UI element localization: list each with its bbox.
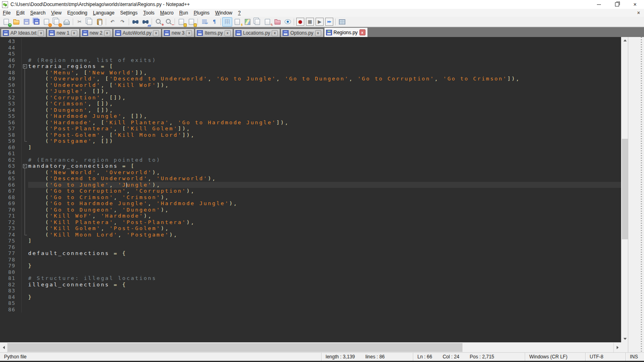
vertical-scrollbar[interactable]	[621, 37, 628, 342]
tab-new-1[interactable]: new 1x	[47, 29, 79, 37]
tab-close-icon[interactable]: x	[272, 30, 278, 36]
tab-close-icon[interactable]: x	[104, 30, 110, 36]
menu-tools[interactable]: Tools	[140, 9, 157, 16]
code-line[interactable]: 83	[0, 288, 621, 294]
code-line[interactable]: 72 ('Kill Plantera', 'Post-Plantera'),	[0, 219, 621, 226]
status-eol-format[interactable]: Windows (CR LF)	[525, 353, 585, 361]
code-line[interactable]: 43	[0, 38, 621, 45]
menu-encoding[interactable]: Encoding	[64, 9, 90, 16]
scroll-down-arrow[interactable]	[621, 335, 628, 342]
macro-stop-button[interactable]: ■	[306, 18, 314, 26]
tab-close-icon[interactable]: x	[186, 30, 192, 36]
document-close-x-button[interactable]: ×	[637, 10, 640, 16]
horizontal-scrollbar[interactable]	[0, 342, 621, 352]
menu-macro[interactable]: Macro	[157, 9, 176, 16]
undo-button[interactable]: ↶	[107, 17, 118, 27]
paste-button[interactable]	[95, 17, 105, 27]
scroll-up-arrow[interactable]	[621, 37, 628, 44]
panel-splitter[interactable]	[628, 37, 644, 352]
save-button[interactable]	[21, 17, 31, 27]
minimize-button[interactable]	[590, 0, 608, 9]
code-line[interactable]: 56 ('Hardmode', ['Kill Plantera', 'Go to…	[0, 119, 621, 126]
copy-button[interactable]	[85, 17, 95, 27]
code-line[interactable]: 79}	[0, 263, 621, 269]
menu-edit[interactable]: Edit	[13, 9, 27, 16]
macro-save-button[interactable]	[337, 17, 347, 27]
code-line[interactable]: 57 ('Post-Plantera', ['Kill Golem']),	[0, 125, 621, 132]
status-encoding[interactable]: UTF-8	[585, 353, 625, 361]
file-monitoring-button[interactable]	[283, 17, 293, 27]
sync-horizontal-scrolling-button[interactable]	[186, 17, 196, 27]
code-line[interactable]: 85	[0, 300, 621, 306]
menu-run[interactable]: Run	[176, 9, 191, 16]
code-line[interactable]: 80	[0, 269, 621, 276]
code-line[interactable]: 67 ('Go to Corruption', 'Corruption'),	[0, 188, 621, 194]
word-wrap-button[interactable]	[199, 17, 209, 27]
zoom-out-button[interactable]: −	[163, 17, 173, 27]
code-line[interactable]: 86	[0, 306, 621, 313]
fold-collapse-button[interactable]	[22, 63, 28, 70]
code-line[interactable]: 84}	[0, 294, 621, 300]
code-line[interactable]: 78	[0, 257, 621, 263]
code-line[interactable]: 66 ('Go to Jungle', 'Jungle'),	[0, 182, 621, 188]
open-file-button[interactable]	[11, 17, 21, 27]
document-map-button[interactable]	[242, 17, 252, 27]
tab-close-icon[interactable]: x	[153, 30, 159, 36]
code-line[interactable]: 73 ('Kill Golem', 'Post-Golem'),	[0, 225, 621, 232]
new-file-button[interactable]: +	[1, 17, 11, 27]
code-line[interactable]: 74 ('Kill Moon Lord', 'Postgame'),	[0, 232, 621, 238]
folder-as-workspace-button[interactable]	[272, 17, 283, 27]
tab-locations-py[interactable]: Locations.pyx	[233, 29, 280, 37]
code-line[interactable]: 64 ('New World', 'Overworld'),	[0, 169, 621, 176]
macro-playback-button[interactable]: ▶	[316, 18, 324, 26]
close-button[interactable]: –	[41, 17, 52, 27]
replace-button[interactable]: ab	[140, 17, 151, 27]
zoom-in-button[interactable]: +	[153, 17, 163, 27]
restore-button[interactable]	[608, 0, 626, 9]
menu-plugins[interactable]: Plugins	[191, 9, 212, 16]
code-line[interactable]: 52 ('Corruption', []),	[0, 95, 621, 101]
tab-close-icon[interactable]: x	[315, 30, 321, 36]
code-line[interactable]: 62# (Entrance, region pointed to)	[0, 157, 621, 163]
cut-button[interactable]: ✂	[74, 17, 85, 27]
menu-language[interactable]: Language	[90, 9, 117, 16]
tab-close-icon[interactable]: x	[225, 30, 231, 36]
user-defined-language-button[interactable]: ϟ	[232, 17, 242, 27]
code-line[interactable]: 77default_connections = {	[0, 250, 621, 257]
tab-ap-ideas-txt[interactable]: AP Ideas.txtx	[1, 29, 46, 37]
code-line[interactable]: 49 ('Overworld', ['Descend to Underworld…	[0, 76, 621, 82]
tab-close-icon[interactable]: x	[38, 30, 44, 36]
find-button[interactable]	[130, 17, 140, 27]
code-line[interactable]: 75]	[0, 238, 621, 244]
menu-settings[interactable]: Settings	[117, 9, 140, 16]
macro-run-multiple-button[interactable]: ▶▶	[325, 18, 333, 26]
tab-options-py[interactable]: Options.pyx	[281, 29, 323, 37]
code-line[interactable]: 47terraria_regions = [	[0, 63, 621, 70]
fold-collapse-button[interactable]	[22, 163, 28, 169]
code-editor[interactable]: 43444546# (Region name, list of exits)47…	[0, 37, 621, 342]
save-all-button[interactable]	[31, 17, 41, 27]
tab-items-py[interactable]: Items.pyx	[195, 29, 233, 37]
tab-close-icon[interactable]: x	[359, 29, 365, 35]
code-line[interactable]: 46# (Region name, list of exits)	[0, 57, 621, 64]
code-line[interactable]: 76	[0, 244, 621, 251]
code-line[interactable]: 54 ('Dungeon', []),	[0, 107, 621, 113]
redo-button[interactable]: ↷	[118, 17, 128, 27]
menu-file[interactable]: File	[0, 9, 13, 16]
macro-record-button[interactable]: ●	[296, 18, 304, 26]
show-indent-guide-button[interactable]	[222, 17, 232, 27]
code-line[interactable]: 45	[0, 51, 621, 57]
code-line[interactable]: 58 ('Post-Golem', ['Kill Moon Lord']),	[0, 132, 621, 138]
code-line[interactable]: 69 ('Go to Hardmode Jungle', 'Hardmode J…	[0, 200, 621, 207]
status-insert-mode[interactable]: INS	[625, 353, 644, 361]
menu-window[interactable]: Window	[213, 9, 235, 16]
code-line[interactable]: 71 ('Kill WoF', 'Hardmode'),	[0, 213, 621, 219]
code-line[interactable]: 81# Structure: illegal locations	[0, 275, 621, 282]
tab-autoworld-py[interactable]: AutoWorld.pyx	[113, 29, 162, 37]
show-all-characters-button[interactable]: ¶	[209, 17, 219, 27]
code-line[interactable]: 82illegal_connections = {	[0, 282, 621, 288]
horizontal-scrollbar-thumb[interactable]	[8, 343, 462, 352]
tab-regions-py[interactable]: Regions.pyx	[324, 27, 368, 37]
vertical-scrollbar-thumb[interactable]	[622, 139, 628, 239]
scroll-left-arrow[interactable]	[0, 343, 8, 352]
